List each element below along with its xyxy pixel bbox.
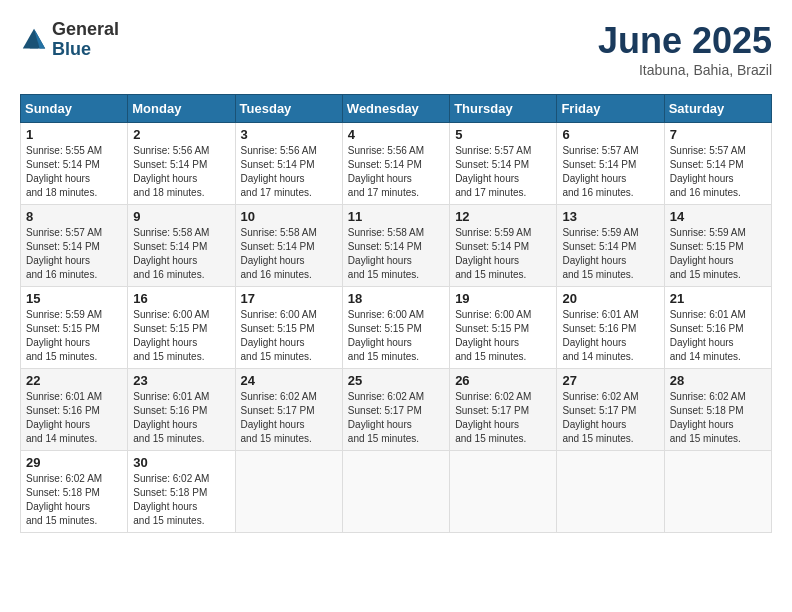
day-cell-2: 2 Sunrise: 5:56 AM Sunset: 5:14 PM Dayli… (128, 123, 235, 205)
header-wednesday: Wednesday (342, 95, 449, 123)
day-info-20: Sunrise: 6:01 AM Sunset: 5:16 PM Dayligh… (562, 308, 658, 364)
day-number-17: 17 (241, 291, 337, 306)
day-number-19: 19 (455, 291, 551, 306)
header-monday: Monday (128, 95, 235, 123)
header-friday: Friday (557, 95, 664, 123)
day-cell-3: 3 Sunrise: 5:56 AM Sunset: 5:14 PM Dayli… (235, 123, 342, 205)
day-info-30: Sunrise: 6:02 AM Sunset: 5:18 PM Dayligh… (133, 472, 229, 528)
day-cell-9: 9 Sunrise: 5:58 AM Sunset: 5:14 PM Dayli… (128, 205, 235, 287)
day-number-21: 21 (670, 291, 766, 306)
calendar: Sunday Monday Tuesday Wednesday Thursday… (20, 94, 772, 533)
day-cell-8: 8 Sunrise: 5:57 AM Sunset: 5:14 PM Dayli… (21, 205, 128, 287)
day-cell-26: 26 Sunrise: 6:02 AM Sunset: 5:17 PM Dayl… (450, 369, 557, 451)
day-cell-18: 18 Sunrise: 6:00 AM Sunset: 5:15 PM Dayl… (342, 287, 449, 369)
day-number-6: 6 (562, 127, 658, 142)
day-number-28: 28 (670, 373, 766, 388)
day-cell-25: 25 Sunrise: 6:02 AM Sunset: 5:17 PM Dayl… (342, 369, 449, 451)
day-info-17: Sunrise: 6:00 AM Sunset: 5:15 PM Dayligh… (241, 308, 337, 364)
day-cell-30: 30 Sunrise: 6:02 AM Sunset: 5:18 PM Dayl… (128, 451, 235, 533)
day-number-25: 25 (348, 373, 444, 388)
svg-rect-2 (30, 43, 38, 49)
day-number-13: 13 (562, 209, 658, 224)
day-number-24: 24 (241, 373, 337, 388)
day-cell-11: 11 Sunrise: 5:58 AM Sunset: 5:14 PM Dayl… (342, 205, 449, 287)
day-number-26: 26 (455, 373, 551, 388)
day-number-8: 8 (26, 209, 122, 224)
day-cell-19: 19 Sunrise: 6:00 AM Sunset: 5:15 PM Dayl… (450, 287, 557, 369)
day-info-10: Sunrise: 5:58 AM Sunset: 5:14 PM Dayligh… (241, 226, 337, 282)
day-number-11: 11 (348, 209, 444, 224)
day-info-12: Sunrise: 5:59 AM Sunset: 5:14 PM Dayligh… (455, 226, 551, 282)
day-info-6: Sunrise: 5:57 AM Sunset: 5:14 PM Dayligh… (562, 144, 658, 200)
logo-blue-text: Blue (52, 40, 119, 60)
empty-cell (450, 451, 557, 533)
day-number-27: 27 (562, 373, 658, 388)
day-number-20: 20 (562, 291, 658, 306)
day-number-15: 15 (26, 291, 122, 306)
day-cell-20: 20 Sunrise: 6:01 AM Sunset: 5:16 PM Dayl… (557, 287, 664, 369)
empty-cell (342, 451, 449, 533)
day-info-28: Sunrise: 6:02 AM Sunset: 5:18 PM Dayligh… (670, 390, 766, 446)
day-info-29: Sunrise: 6:02 AM Sunset: 5:18 PM Dayligh… (26, 472, 122, 528)
day-number-3: 3 (241, 127, 337, 142)
day-info-16: Sunrise: 6:00 AM Sunset: 5:15 PM Dayligh… (133, 308, 229, 364)
day-cell-16: 16 Sunrise: 6:00 AM Sunset: 5:15 PM Dayl… (128, 287, 235, 369)
header-saturday: Saturday (664, 95, 771, 123)
day-info-13: Sunrise: 5:59 AM Sunset: 5:14 PM Dayligh… (562, 226, 658, 282)
header-thursday: Thursday (450, 95, 557, 123)
day-number-29: 29 (26, 455, 122, 470)
day-cell-14: 14 Sunrise: 5:59 AM Sunset: 5:15 PM Dayl… (664, 205, 771, 287)
day-number-7: 7 (670, 127, 766, 142)
day-cell-29: 29 Sunrise: 6:02 AM Sunset: 5:18 PM Dayl… (21, 451, 128, 533)
day-number-14: 14 (670, 209, 766, 224)
day-cell-17: 17 Sunrise: 6:00 AM Sunset: 5:15 PM Dayl… (235, 287, 342, 369)
day-number-23: 23 (133, 373, 229, 388)
day-info-1: Sunrise: 5:55 AM Sunset: 5:14 PM Dayligh… (26, 144, 122, 200)
day-number-30: 30 (133, 455, 229, 470)
day-cell-28: 28 Sunrise: 6:02 AM Sunset: 5:18 PM Dayl… (664, 369, 771, 451)
day-number-9: 9 (133, 209, 229, 224)
day-cell-23: 23 Sunrise: 6:01 AM Sunset: 5:16 PM Dayl… (128, 369, 235, 451)
day-info-25: Sunrise: 6:02 AM Sunset: 5:17 PM Dayligh… (348, 390, 444, 446)
day-cell-24: 24 Sunrise: 6:02 AM Sunset: 5:17 PM Dayl… (235, 369, 342, 451)
day-cell-6: 6 Sunrise: 5:57 AM Sunset: 5:14 PM Dayli… (557, 123, 664, 205)
day-cell-15: 15 Sunrise: 5:59 AM Sunset: 5:15 PM Dayl… (21, 287, 128, 369)
day-info-19: Sunrise: 6:00 AM Sunset: 5:15 PM Dayligh… (455, 308, 551, 364)
day-number-16: 16 (133, 291, 229, 306)
empty-cell (664, 451, 771, 533)
day-info-26: Sunrise: 6:02 AM Sunset: 5:17 PM Dayligh… (455, 390, 551, 446)
day-info-3: Sunrise: 5:56 AM Sunset: 5:14 PM Dayligh… (241, 144, 337, 200)
header-sunday: Sunday (21, 95, 128, 123)
logo-general-text: General (52, 20, 119, 40)
week-row-4: 22 Sunrise: 6:01 AM Sunset: 5:16 PM Dayl… (21, 369, 772, 451)
empty-cell (235, 451, 342, 533)
week-row-2: 8 Sunrise: 5:57 AM Sunset: 5:14 PM Dayli… (21, 205, 772, 287)
day-info-27: Sunrise: 6:02 AM Sunset: 5:17 PM Dayligh… (562, 390, 658, 446)
day-cell-12: 12 Sunrise: 5:59 AM Sunset: 5:14 PM Dayl… (450, 205, 557, 287)
day-cell-4: 4 Sunrise: 5:56 AM Sunset: 5:14 PM Dayli… (342, 123, 449, 205)
day-info-8: Sunrise: 5:57 AM Sunset: 5:14 PM Dayligh… (26, 226, 122, 282)
month-title: June 2025 (598, 20, 772, 62)
day-info-9: Sunrise: 5:58 AM Sunset: 5:14 PM Dayligh… (133, 226, 229, 282)
day-cell-10: 10 Sunrise: 5:58 AM Sunset: 5:14 PM Dayl… (235, 205, 342, 287)
day-info-4: Sunrise: 5:56 AM Sunset: 5:14 PM Dayligh… (348, 144, 444, 200)
week-row-5: 29 Sunrise: 6:02 AM Sunset: 5:18 PM Dayl… (21, 451, 772, 533)
day-info-11: Sunrise: 5:58 AM Sunset: 5:14 PM Dayligh… (348, 226, 444, 282)
day-cell-5: 5 Sunrise: 5:57 AM Sunset: 5:14 PM Dayli… (450, 123, 557, 205)
week-row-3: 15 Sunrise: 5:59 AM Sunset: 5:15 PM Dayl… (21, 287, 772, 369)
day-info-5: Sunrise: 5:57 AM Sunset: 5:14 PM Dayligh… (455, 144, 551, 200)
weekday-header-row: Sunday Monday Tuesday Wednesday Thursday… (21, 95, 772, 123)
day-info-14: Sunrise: 5:59 AM Sunset: 5:15 PM Dayligh… (670, 226, 766, 282)
day-number-2: 2 (133, 127, 229, 142)
day-info-15: Sunrise: 5:59 AM Sunset: 5:15 PM Dayligh… (26, 308, 122, 364)
day-cell-13: 13 Sunrise: 5:59 AM Sunset: 5:14 PM Dayl… (557, 205, 664, 287)
day-cell-7: 7 Sunrise: 5:57 AM Sunset: 5:14 PM Dayli… (664, 123, 771, 205)
day-info-23: Sunrise: 6:01 AM Sunset: 5:16 PM Dayligh… (133, 390, 229, 446)
logo-icon (20, 26, 48, 54)
day-info-21: Sunrise: 6:01 AM Sunset: 5:16 PM Dayligh… (670, 308, 766, 364)
week-row-1: 1 Sunrise: 5:55 AM Sunset: 5:14 PM Dayli… (21, 123, 772, 205)
day-number-4: 4 (348, 127, 444, 142)
day-number-12: 12 (455, 209, 551, 224)
day-cell-1: 1 Sunrise: 5:55 AM Sunset: 5:14 PM Dayli… (21, 123, 128, 205)
day-info-22: Sunrise: 6:01 AM Sunset: 5:16 PM Dayligh… (26, 390, 122, 446)
